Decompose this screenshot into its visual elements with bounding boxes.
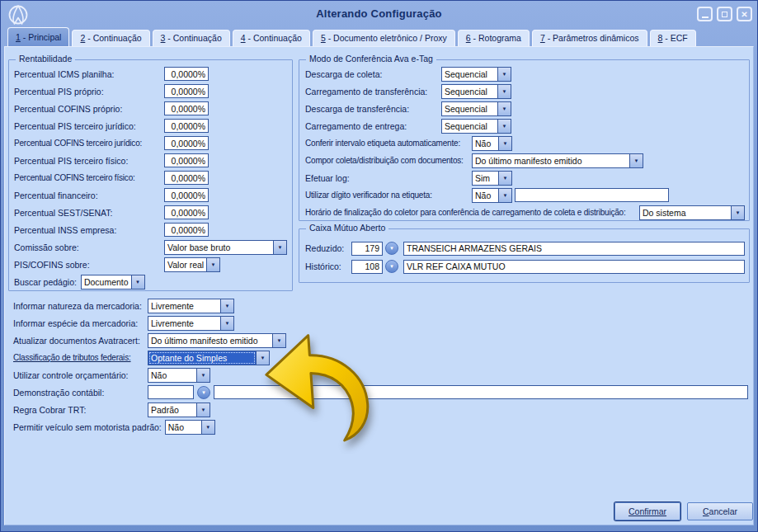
carregamento-entrega-select[interactable]: Sequencial▼ — [441, 119, 511, 134]
field-row: Histórico: ▼ — [299, 257, 749, 275]
chevron-down-icon[interactable]: ▼ — [497, 120, 511, 133]
carregamento-transferencia-select[interactable]: Sequencial▼ — [441, 84, 511, 99]
conferir-intervalo-etiqueta-select[interactable]: Não▼ — [472, 136, 512, 151]
chevron-down-icon[interactable]: ▼ — [220, 299, 233, 313]
demonstracao-lookup-button[interactable]: ▼ — [197, 386, 210, 399]
percentual-pis-terceiro-juridico-input[interactable] — [164, 119, 209, 133]
chevron-down-icon[interactable]: ▼ — [220, 317, 233, 330]
combo-value: Do último manifesto emitido — [148, 334, 272, 347]
field-row: Classificação de tributos federais: Opta… — [8, 349, 751, 366]
informar-especie-select[interactable]: Livremente▼ — [148, 316, 234, 331]
percentual-pis-terceiro-fisico-input[interactable] — [164, 153, 209, 167]
chevron-down-icon[interactable]: ▼ — [731, 206, 744, 219]
tab-rotograma[interactable]: 6 - Rotograma — [458, 30, 530, 46]
group-title: Rentabilidade — [16, 54, 75, 64]
group-modo-conferencia: Modo de Conferência Ava e-Tag Descarga d… — [299, 59, 750, 221]
percentual-icms-planilha-input[interactable] — [164, 67, 209, 81]
chevron-down-icon[interactable]: ▼ — [497, 85, 511, 98]
field-row: Comissão sobre: Valor base bruto▼ — [9, 238, 292, 256]
informar-natureza-select[interactable]: Livremente▼ — [148, 299, 234, 313]
tab-bar: 1 - Principal 2 - Continuação 3 - Contin… — [7, 27, 696, 46]
horario-finalizacao-coletor-select[interactable]: Do sistema▼ — [639, 205, 745, 220]
reduzido-desc-input[interactable] — [403, 242, 745, 256]
chevron-down-icon[interactable]: ▼ — [273, 241, 286, 254]
chevron-down-icon[interactable]: ▼ — [256, 351, 269, 365]
percentual-pis-proprio-input[interactable] — [164, 84, 209, 98]
chevron-down-icon[interactable]: ▼ — [131, 275, 144, 289]
chevron-down-icon[interactable]: ▼ — [497, 68, 511, 81]
percentual-cofins-proprio-input[interactable] — [164, 101, 209, 115]
tab-ecf[interactable]: 8 - ECF — [650, 30, 696, 46]
combo-value: Sequencial — [442, 68, 497, 81]
chevron-down-icon[interactable]: ▼ — [629, 154, 643, 167]
field-row: Informar natureza da mercadoria: Livreme… — [8, 297, 751, 314]
chevron-down-icon[interactable]: ▼ — [196, 369, 210, 382]
field-row: Buscar pedágio: Documento▼ — [9, 273, 292, 290]
descarga-transferencia-select[interactable]: Sequencial▼ — [441, 101, 511, 116]
minimize-icon — [702, 16, 709, 18]
chevron-down-icon: ▼ — [389, 246, 394, 251]
permitir-veiculo-sem-motorista-select[interactable]: Não▼ — [165, 420, 215, 435]
percentual-cofins-terceiro-fisico-input[interactable] — [164, 171, 209, 185]
compor-coleta-distribuicao-select[interactable]: Do último manifesto emitido▼ — [472, 153, 643, 168]
field-row: Atualizar documentos Avatracert: Do últi… — [8, 332, 751, 349]
historico-code-input[interactable] — [351, 260, 383, 274]
chevron-down-icon[interactable]: ▼ — [206, 258, 219, 271]
historico-lookup-button[interactable]: ▼ — [385, 260, 398, 273]
field-row: Percentual ICMS planilha: — [9, 65, 292, 82]
dialog-window: Alterando Configuração ✕ 1 - Principal 2… — [0, 0, 758, 532]
chevron-down-icon[interactable]: ▼ — [498, 137, 511, 150]
percentual-cofins-terceiro-juridico-input[interactable] — [164, 136, 209, 150]
pis-cofins-sobre-select[interactable]: Valor real▼ — [164, 257, 220, 272]
tab-documento-eletronico[interactable]: 5 - Documento eletrônico / Proxy — [313, 30, 455, 46]
descarga-coleta-select[interactable]: Sequencial▼ — [441, 67, 511, 82]
reduzido-code-input[interactable] — [351, 242, 383, 256]
chevron-down-icon[interactable]: ▼ — [272, 334, 285, 347]
chevron-down-icon[interactable]: ▼ — [201, 421, 214, 434]
title-bar[interactable]: Alterando Configuração ✕ — [1, 2, 757, 26]
combo-value: Não — [473, 189, 498, 202]
tab-continuacao-4[interactable]: 4 - Continuação — [233, 30, 310, 46]
field-row: Compor coleta/distribuição com documento… — [299, 152, 749, 169]
chevron-down-icon[interactable]: ▼ — [498, 172, 511, 185]
reduzido-lookup-button[interactable]: ▼ — [385, 242, 398, 255]
field-row: Utilizar controle orçamentário: Não▼ — [8, 366, 751, 384]
chevron-down-icon[interactable]: ▼ — [196, 403, 210, 417]
maximize-button[interactable] — [717, 7, 732, 21]
percentual-financeiro-input[interactable] — [164, 188, 209, 202]
field-row: Carregamento de entrega: Sequencial▼ — [299, 117, 749, 134]
chevron-down-icon[interactable]: ▼ — [497, 102, 511, 115]
atualizar-avatracert-select[interactable]: Do último manifesto emitido▼ — [148, 333, 286, 348]
tab-principal[interactable]: 1 - Principal — [7, 27, 69, 46]
percentual-inss-empresa-input[interactable] — [164, 223, 209, 237]
efetuar-log-select[interactable]: Sim▼ — [472, 171, 512, 186]
group-rentabilidade: Rentabilidade Percentual ICMS planilha: … — [8, 59, 293, 291]
options-section: Informar natureza da mercadoria: Livreme… — [8, 297, 751, 435]
combo-value: Sequencial — [442, 102, 497, 115]
tab-parametros-dinamicos[interactable]: 7 - Parâmetros dinâmicos — [532, 30, 647, 46]
field-row: Carregamento de transferência: Sequencia… — [299, 82, 749, 100]
etiqueta-extra-input[interactable] — [515, 188, 669, 202]
cancelar-button[interactable]: Cancelar — [687, 502, 753, 520]
close-button[interactable]: ✕ — [737, 7, 752, 21]
field-row: Percentual PIS terceiro jurídico: — [9, 117, 292, 134]
demonstracao-desc-input[interactable] — [214, 385, 748, 399]
percentual-sest-senat-input[interactable] — [164, 205, 209, 219]
tab-continuacao-2[interactable]: 2 - Continuação — [72, 30, 149, 46]
combo-value: Não — [148, 369, 196, 382]
tab-continuacao-3[interactable]: 3 - Continuação — [153, 30, 230, 46]
buscar-pedagio-select[interactable]: Documento▼ — [81, 275, 145, 290]
field-row: Reduzido: ▼ — [299, 239, 749, 257]
classificacao-tributos-select[interactable]: Optante do Simples▼ — [148, 351, 270, 365]
demonstracao-code-input[interactable] — [148, 385, 194, 399]
field-row: Conferir intervalo etiqueta automaticame… — [299, 134, 749, 152]
chevron-down-icon[interactable]: ▼ — [498, 189, 511, 202]
regra-cobrar-trt-select[interactable]: Padrão▼ — [148, 403, 210, 417]
minimize-button[interactable] — [697, 7, 713, 21]
utilizar-controle-orcamentario-select[interactable]: Não▼ — [148, 368, 210, 383]
confirmar-button[interactable]: Confirmar — [614, 502, 680, 520]
historico-desc-input[interactable] — [403, 260, 745, 274]
comissao-sobre-select[interactable]: Valor base bruto▼ — [164, 240, 287, 255]
utilizar-digito-verificador-select[interactable]: Não▼ — [472, 188, 512, 203]
field-row: Percentual COFINS próprio: — [9, 100, 292, 117]
